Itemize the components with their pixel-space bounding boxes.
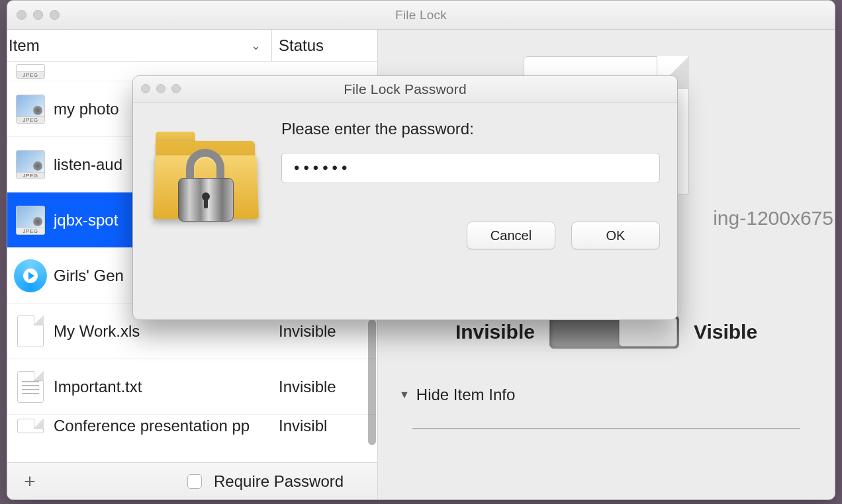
chevron-down-icon: ⌄ — [251, 38, 269, 53]
hide-item-info-disclosure[interactable]: ▼ Hide Item Info — [399, 386, 814, 404]
dialog-close-button[interactable] — [141, 84, 150, 93]
padlock-icon — [178, 149, 234, 220]
jpeg-thumbnail-icon: JPEG — [16, 95, 45, 124]
dialog-title: File Lock Password — [344, 81, 467, 97]
jpeg-thumbnail-icon: JPEG — [16, 64, 45, 79]
document-icon — [17, 315, 44, 347]
password-prompt: Please enter the password: — [281, 120, 660, 138]
item-status: Invisibl — [272, 417, 377, 435]
preview-filename: ing-1200x675 — [713, 207, 833, 230]
disclosure-triangle-icon: ▼ — [399, 389, 410, 401]
zoom-window-button[interactable] — [50, 10, 60, 20]
require-password-label: Require Password — [214, 472, 344, 491]
item-name: Important.txt — [54, 378, 272, 396]
text-document-icon — [17, 371, 44, 403]
minimize-window-button[interactable] — [33, 10, 43, 20]
password-dialog: File Lock Password Please enter the pass… — [132, 75, 678, 320]
audio-icon — [14, 259, 47, 292]
dialog-titlebar[interactable]: File Lock Password — [133, 76, 677, 103]
bottom-toolbar: + Require Password — [7, 462, 377, 499]
lock-folder-icon — [150, 126, 263, 232]
toggle-knob — [619, 317, 677, 347]
jpeg-thumbnail-icon: JPEG — [16, 206, 45, 235]
dialog-zoom-button[interactable] — [171, 84, 181, 93]
document-icon — [17, 419, 44, 433]
section-divider — [412, 428, 800, 429]
invisible-label: Invisible — [455, 321, 535, 343]
column-header-row: Item ⌄ Status — [7, 30, 377, 62]
traffic-lights — [17, 10, 60, 20]
add-button[interactable]: + — [17, 470, 43, 493]
close-window-button[interactable] — [17, 10, 26, 20]
column-header-status-label: Status — [279, 36, 324, 55]
main-titlebar[interactable]: File Lock — [7, 1, 835, 30]
item-status: Invisible — [272, 378, 377, 396]
item-status: Invisible — [272, 322, 377, 341]
visibility-toggle[interactable] — [549, 315, 679, 349]
visibility-toggle-row: Invisible Visible — [399, 315, 814, 349]
item-name: My Work.xls — [54, 322, 272, 341]
dialog-minimize-button[interactable] — [156, 84, 165, 93]
list-item[interactable]: Important.txt Invisible — [7, 359, 377, 415]
ok-button[interactable]: OK — [571, 222, 660, 249]
dialog-traffic-lights — [141, 84, 181, 93]
jpeg-thumbnail-icon: JPEG — [16, 150, 45, 179]
list-item[interactable]: Conference presentation pp Invisibl — [7, 415, 377, 437]
window-title: File Lock — [395, 8, 447, 22]
scrollbar-thumb[interactable] — [368, 319, 376, 445]
item-name: Conference presentation pp — [54, 417, 272, 435]
column-header-status[interactable]: Status — [272, 30, 377, 61]
column-header-item[interactable]: Item ⌄ — [7, 30, 272, 61]
disclosure-label: Hide Item Info — [416, 386, 515, 404]
visible-label: Visible — [694, 321, 757, 343]
cancel-button[interactable]: Cancel — [467, 222, 555, 249]
password-input[interactable] — [281, 153, 660, 183]
require-password-checkbox[interactable] — [187, 474, 202, 489]
column-header-item-label: Item — [9, 36, 40, 55]
